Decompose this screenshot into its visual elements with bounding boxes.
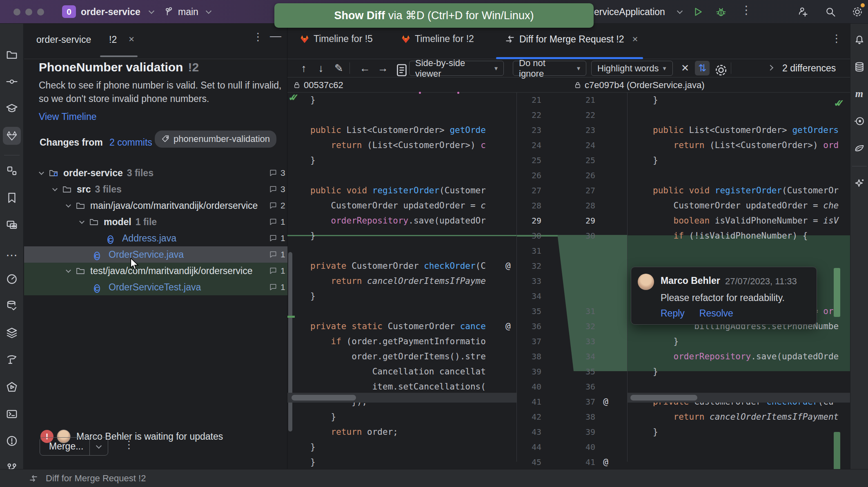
tab-timeline-5[interactable]: Timeline for !5 xyxy=(300,33,373,44)
tree-item-test-java-com-maritvandijk-orderservice[interactable]: test/java/com/maritvandijk/orderservice1 xyxy=(24,263,287,279)
comment-anchor-icon[interactable]: @ xyxy=(603,455,608,470)
sidebar-icon-more[interactable]: … xyxy=(3,243,21,261)
branch-tag-chip[interactable]: phonenumber-validation xyxy=(155,131,276,148)
sidebar-icon-ai-assistant[interactable] xyxy=(850,175,868,193)
close-icon[interactable]: × xyxy=(129,33,134,45)
sidebar-icon-gitlab[interactable] xyxy=(3,127,21,145)
right-horizontal-scrollbar[interactable] xyxy=(627,393,850,403)
code-line[interactable]: if (!isValidPhoneNumber) { xyxy=(653,228,850,244)
merge-options-arrow[interactable] xyxy=(90,445,108,448)
branch-selector[interactable]: main xyxy=(178,7,198,18)
code-line[interactable]: item.setCancellations( xyxy=(310,379,516,394)
edit-source-icon[interactable]: ✎ xyxy=(332,61,346,75)
sidebar-icon-learning[interactable] xyxy=(3,100,21,117)
go-to-source-icon[interactable] xyxy=(394,63,409,77)
run-button[interactable] xyxy=(692,7,703,17)
reply-link[interactable]: Reply xyxy=(661,308,685,319)
code-line[interactable]: private static CustomerOrder cance xyxy=(310,319,516,334)
code-line[interactable]: } xyxy=(653,425,850,440)
code-line[interactable]: } xyxy=(310,289,516,304)
code-line[interactable]: if (order.getPaymentInformatio xyxy=(310,334,516,349)
tree-item-address-java[interactable]: CAddress.java1 xyxy=(24,230,287,246)
code-line[interactable] xyxy=(653,108,850,123)
code-line[interactable]: public void registerOrder(CustomerOr xyxy=(653,183,850,198)
settings-gear-icon[interactable] xyxy=(852,6,863,18)
comment-anchor-icon[interactable]: @ xyxy=(505,319,511,334)
code-line[interactable]: orderRepository.save(updatedOr xyxy=(310,213,516,228)
tab-diff-mr-2[interactable]: Diff for Merge Request !2 × xyxy=(505,33,638,45)
code-line[interactable] xyxy=(653,244,850,259)
chevron-down-icon[interactable] xyxy=(66,268,71,273)
tool-window-title[interactable]: order-service xyxy=(36,34,91,45)
code-line[interactable]: } xyxy=(310,93,516,108)
sidebar-icon-run-targets[interactable] xyxy=(3,378,21,396)
tree-item-main-java-com-maritvandijk-orderservice[interactable]: main/java/com/maritvandijk/orderservice2 xyxy=(24,197,287,214)
left-code-pane[interactable]: }public List<CustomerOrder> getOrde retu… xyxy=(287,93,516,470)
code-line[interactable]: } xyxy=(310,153,516,168)
code-line[interactable] xyxy=(653,455,850,470)
code-line[interactable]: } xyxy=(653,334,850,349)
viewer-mode-dropdown[interactable]: Side-by-side viewer▾ xyxy=(409,61,504,76)
sidebar-icon-notifications[interactable] xyxy=(850,31,868,49)
code-line[interactable]: return (List<CustomerOrder>) ord xyxy=(653,138,850,153)
sidebar-icon-gradle[interactable] xyxy=(850,112,868,130)
view-timeline-link[interactable]: View Timeline xyxy=(39,111,96,122)
code-line[interactable]: public List<CustomerOrder> getOrde xyxy=(310,123,516,138)
code-line[interactable]: } xyxy=(653,364,850,379)
sidebar-icon-services[interactable] xyxy=(3,324,21,342)
tabs-options-kebab[interactable]: ⋮ xyxy=(831,34,842,42)
code-line[interactable]: public void registerOrder(Customer xyxy=(310,183,516,198)
code-line[interactable]: boolean isValidPhoneNumber = isV xyxy=(653,213,850,228)
code-line[interactable]: private CustomerOrder checkOrder(C xyxy=(310,259,516,274)
search-icon[interactable] xyxy=(825,6,836,18)
code-line[interactable]: return order; xyxy=(310,425,516,440)
code-line[interactable]: CustomerOrder updatedOrder = che xyxy=(653,198,850,213)
sidebar-icon-database-check[interactable] xyxy=(3,297,21,314)
resolve-link[interactable]: Resolve xyxy=(699,308,733,319)
sidebar-icon-project-folder[interactable] xyxy=(3,46,21,64)
whitespace-dropdown[interactable]: Do not ignore▾ xyxy=(513,61,586,76)
code-line[interactable]: CustomerOrder updatedOrder = c xyxy=(310,198,516,213)
left-vertical-scrollbar[interactable] xyxy=(288,252,292,432)
project-selector[interactable]: order-service xyxy=(81,7,140,18)
sidebar-icon-build[interactable] xyxy=(3,351,21,369)
code-line[interactable] xyxy=(310,108,516,123)
sidebar-icon-spring[interactable] xyxy=(850,139,868,157)
comment-anchor-icon[interactable]: @ xyxy=(603,394,608,410)
code-line[interactable]: } xyxy=(653,153,850,168)
code-line[interactable]: } xyxy=(310,410,516,425)
merge-button[interactable]: Merge... xyxy=(40,437,108,456)
tree-item-orderservicetest-java[interactable]: COrderServiceTest.java1 xyxy=(24,279,287,295)
sidebar-icon-bookmarks[interactable] xyxy=(3,189,21,207)
window-zoom-button[interactable] xyxy=(37,9,44,15)
code-line[interactable]: return cancelOrderItemsIfPayme xyxy=(310,274,516,289)
sidebar-icon-maven[interactable]: m xyxy=(850,85,868,103)
previous-file-icon[interactable]: ← xyxy=(358,61,372,75)
sidebar-icon-database[interactable] xyxy=(850,58,868,76)
tree-item-orderservice-java[interactable]: COrderService.java1 xyxy=(24,246,287,263)
collapse-unchanged-icon[interactable]: ✕ xyxy=(678,61,692,75)
next-file-icon[interactable]: → xyxy=(376,61,390,75)
debug-button[interactable] xyxy=(715,6,727,18)
sidebar-icon-device-manager[interactable] xyxy=(3,216,21,234)
code-line[interactable] xyxy=(310,168,516,183)
tree-item-model[interactable]: model1 file1 xyxy=(24,214,287,230)
sync-scrolling-icon[interactable]: ⇅ xyxy=(695,61,710,75)
code-line[interactable]: } xyxy=(310,455,516,470)
side-by-side-diff[interactable]: }public List<CustomerOrder> getOrde retu… xyxy=(287,93,850,462)
sidebar-icon-structure[interactable] xyxy=(3,162,21,179)
run-configuration-selector[interactable]: erviceApplication xyxy=(594,7,665,18)
diff-settings-gear-icon[interactable] xyxy=(714,63,728,77)
code-line[interactable]: } xyxy=(310,228,516,244)
sidebar-icon-problems[interactable] xyxy=(3,432,21,450)
tab-mr-2[interactable]: !2 xyxy=(109,34,117,45)
code-line[interactable] xyxy=(653,440,850,455)
code-line[interactable]: order.getOrderItems().stre xyxy=(310,349,516,364)
previous-change-icon[interactable]: ↑ xyxy=(296,61,311,75)
tree-item-order-service[interactable]: order-service3 files3 xyxy=(24,165,287,181)
code-line[interactable] xyxy=(310,244,516,259)
code-line[interactable]: public List<CustomerOrder> getOrders xyxy=(653,123,850,138)
hide-panel-button[interactable]: — xyxy=(270,29,281,42)
sidebar-icon-profiler[interactable] xyxy=(3,270,21,288)
panel-options-kebab[interactable]: ⋮ xyxy=(253,33,263,41)
